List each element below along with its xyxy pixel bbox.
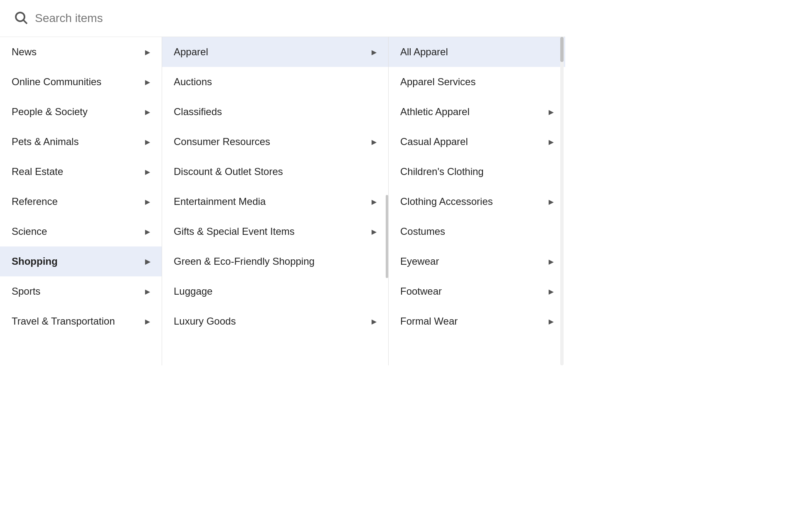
left-menu-item-reference[interactable]: Reference▶ bbox=[0, 187, 162, 217]
left-menu-item-science[interactable]: Science▶ bbox=[0, 217, 162, 246]
chevron-right-icon: ▶ bbox=[145, 138, 150, 146]
right-menu-label: Apparel Services bbox=[400, 76, 475, 88]
search-icon bbox=[13, 10, 28, 27]
mid-menu-label: Auctions bbox=[174, 76, 212, 88]
left-menu-label: Online Communities bbox=[12, 76, 101, 88]
mid-menu-item-classifieds[interactable]: Classifieds bbox=[162, 97, 388, 127]
mid-menu-item-green-eco-friendly-shopping[interactable]: Green & Eco-Friendly Shopping bbox=[162, 246, 388, 276]
chevron-right-icon: ▶ bbox=[372, 198, 377, 206]
mid-menu-label: Green & Eco-Friendly Shopping bbox=[174, 256, 315, 267]
mid-menu-item-gifts-special-event-items[interactable]: Gifts & Special Event Items▶ bbox=[162, 217, 388, 246]
mid-menu-label: Gifts & Special Event Items bbox=[174, 226, 295, 237]
menu-container: News▶Online Communities▶People & Society… bbox=[0, 37, 565, 365]
right-menu-item-clothing-accessories[interactable]: Clothing Accessories▶ bbox=[389, 187, 565, 217]
left-menu-label: Sports bbox=[12, 286, 40, 297]
chevron-right-icon: ▶ bbox=[145, 48, 150, 56]
chevron-right-icon: ▶ bbox=[145, 318, 150, 325]
right-menu-label: Children's Clothing bbox=[400, 166, 484, 177]
chevron-right-icon: ▶ bbox=[372, 138, 377, 146]
right-menu-label: Athletic Apparel bbox=[400, 106, 470, 118]
mid-menu-item-luxury-goods[interactable]: Luxury Goods▶ bbox=[162, 306, 388, 336]
right-menu-label: Eyewear bbox=[400, 256, 439, 267]
mid-menu-item-discount-outlet-stores[interactable]: Discount & Outlet Stores bbox=[162, 157, 388, 187]
chevron-right-icon: ▶ bbox=[372, 228, 377, 236]
left-menu-label: Travel & Transportation bbox=[12, 315, 115, 327]
mid-menu-item-apparel[interactable]: Apparel▶ bbox=[162, 37, 388, 67]
left-menu-label: Shopping bbox=[12, 256, 58, 267]
left-menu-item-real-estate[interactable]: Real Estate▶ bbox=[0, 157, 162, 187]
mid-menu-label: Apparel bbox=[174, 46, 208, 58]
chevron-right-icon: ▶ bbox=[549, 258, 554, 266]
right-menu-item-apparel-services[interactable]: Apparel Services bbox=[389, 67, 565, 97]
chevron-right-icon: ▶ bbox=[549, 288, 554, 296]
chevron-right-icon: ▶ bbox=[549, 138, 554, 146]
right-menu-label: Formal Wear bbox=[400, 315, 458, 327]
right-column: All ApparelApparel ServicesAthletic Appa… bbox=[389, 37, 565, 365]
mid-menu-item-entertainment-media[interactable]: Entertainment Media▶ bbox=[162, 187, 388, 217]
left-column: News▶Online Communities▶People & Society… bbox=[0, 37, 162, 365]
svg-line-1 bbox=[24, 20, 27, 24]
right-menu-item-footwear[interactable]: Footwear▶ bbox=[389, 276, 565, 306]
left-menu-item-sports[interactable]: Sports▶ bbox=[0, 276, 162, 306]
chevron-right-icon: ▶ bbox=[145, 108, 150, 116]
right-menu-item-costumes[interactable]: Costumes bbox=[389, 217, 565, 246]
search-bar bbox=[0, 0, 565, 37]
svg-point-0 bbox=[16, 12, 25, 21]
chevron-right-icon: ▶ bbox=[145, 258, 150, 266]
scrollbar-track bbox=[560, 37, 564, 365]
right-menu-item-eyewear[interactable]: Eyewear▶ bbox=[389, 246, 565, 276]
chevron-right-icon: ▶ bbox=[145, 228, 150, 236]
left-menu-item-shopping[interactable]: Shopping▶ bbox=[0, 246, 162, 276]
right-menu-label: Costumes bbox=[400, 226, 445, 237]
right-menu-item-children-s-clothing[interactable]: Children's Clothing bbox=[389, 157, 565, 187]
chevron-right-icon: ▶ bbox=[549, 198, 554, 206]
left-menu-item-people-society[interactable]: People & Society▶ bbox=[0, 97, 162, 127]
right-menu-label: All Apparel bbox=[400, 46, 448, 58]
left-menu-item-news[interactable]: News▶ bbox=[0, 37, 162, 67]
mid-menu-label: Classifieds bbox=[174, 106, 222, 118]
right-menu-item-casual-apparel[interactable]: Casual Apparel▶ bbox=[389, 127, 565, 157]
left-menu-label: People & Society bbox=[12, 106, 88, 118]
right-menu-label: Clothing Accessories bbox=[400, 196, 493, 207]
right-menu-item-formal-wear[interactable]: Formal Wear▶ bbox=[389, 306, 565, 336]
mid-menu-item-auctions[interactable]: Auctions bbox=[162, 67, 388, 97]
left-menu-label: Science bbox=[12, 226, 47, 237]
chevron-right-icon: ▶ bbox=[549, 108, 554, 116]
right-menu-label: Casual Apparel bbox=[400, 136, 468, 148]
mid-column: Apparel▶AuctionsClassifiedsConsumer Reso… bbox=[162, 37, 389, 365]
left-menu-label: Reference bbox=[12, 196, 58, 207]
mid-menu-label: Entertainment Media bbox=[174, 196, 266, 207]
right-menu-label: Footwear bbox=[400, 286, 442, 297]
chevron-right-icon: ▶ bbox=[145, 78, 150, 86]
chevron-right-icon: ▶ bbox=[372, 318, 377, 325]
scrollbar-thumb[interactable] bbox=[560, 37, 564, 62]
chevron-right-icon: ▶ bbox=[549, 318, 554, 325]
left-menu-label: Real Estate bbox=[12, 166, 63, 177]
chevron-right-icon: ▶ bbox=[372, 48, 377, 56]
left-menu-label: News bbox=[12, 46, 37, 58]
search-input[interactable] bbox=[35, 12, 552, 25]
mid-menu-label: Luggage bbox=[174, 286, 212, 297]
left-menu-label: Pets & Animals bbox=[12, 136, 79, 148]
left-menu-item-pets-animals[interactable]: Pets & Animals▶ bbox=[0, 127, 162, 157]
mid-scrollbar bbox=[386, 195, 388, 278]
chevron-right-icon: ▶ bbox=[145, 168, 150, 176]
mid-menu-label: Discount & Outlet Stores bbox=[174, 166, 283, 177]
left-menu-item-online-communities[interactable]: Online Communities▶ bbox=[0, 67, 162, 97]
mid-menu-label: Luxury Goods bbox=[174, 315, 236, 327]
chevron-right-icon: ▶ bbox=[145, 288, 150, 296]
left-menu-item-travel-transportation[interactable]: Travel & Transportation▶ bbox=[0, 306, 162, 336]
chevron-right-icon: ▶ bbox=[145, 198, 150, 206]
right-menu-item-all-apparel[interactable]: All Apparel bbox=[389, 37, 565, 67]
mid-menu-item-luggage[interactable]: Luggage bbox=[162, 276, 388, 306]
right-menu-item-athletic-apparel[interactable]: Athletic Apparel▶ bbox=[389, 97, 565, 127]
mid-menu-label: Consumer Resources bbox=[174, 136, 270, 148]
mid-menu-item-consumer-resources[interactable]: Consumer Resources▶ bbox=[162, 127, 388, 157]
